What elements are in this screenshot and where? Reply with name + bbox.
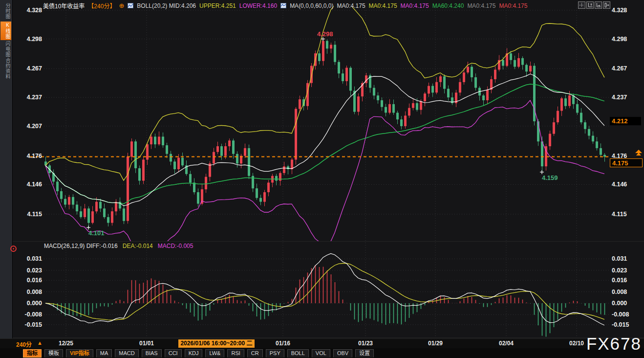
sidebar-tab-fenshi[interactable]: 分时图 — [0, 2, 11, 20]
add-indicator-icon[interactable]: ⊕ — [119, 3, 124, 9]
svg-text:4.101: 4.101 — [88, 229, 105, 237]
svg-text:4.328: 4.328 — [612, 7, 627, 14]
toolbar-button-moban[interactable]: 模板 — [44, 349, 63, 358]
toolbar-button-zhibiao[interactable]: 指标 — [23, 349, 42, 358]
ma60-line — [45, 84, 604, 204]
svg-text:4.267: 4.267 — [612, 65, 627, 72]
ma-price-tag: 4.212 — [610, 117, 641, 125]
toolbar-button-obv[interactable]: OBV — [333, 349, 352, 358]
x-axis-label: 02/04 — [499, 340, 514, 347]
toolbar-button-vip[interactable]: VIP指标 — [66, 349, 93, 358]
svg-text:4.146: 4.146 — [612, 181, 627, 188]
macd-diff-value: MACD(26,12,9) DIFF:-0.016 — [44, 243, 118, 249]
toolbar-button-vol[interactable]: VOL — [312, 349, 330, 358]
toolbar-button-kdj[interactable]: KDJ — [185, 349, 203, 358]
x-axis-label: 01/16 — [276, 340, 290, 347]
svg-text:4.146: 4.146 — [27, 181, 42, 188]
boll-upper-value: UPPER:4.251 — [199, 2, 236, 9]
x-axis-label: 01/29 — [428, 340, 443, 347]
overlay-lines — [45, 4, 604, 251]
svg-text:4.175: 4.175 — [612, 159, 628, 167]
ma-chart-icon[interactable] — [280, 3, 286, 8]
x-axis-row: 240分 ▲ 2026/01/06 16:00~20:00 二 12/2501/… — [0, 338, 644, 349]
svg-text:-0.015: -0.015 — [25, 321, 42, 328]
toolbar-button-cr[interactable]: CR — [247, 349, 263, 358]
svg-text:4.237: 4.237 — [27, 94, 42, 101]
svg-text:-0.008: -0.008 — [612, 311, 629, 318]
chart-header: 美债10年收益率 【240分】 ⊕ BOLL(20,2) MID:4.206 U… — [43, 1, 527, 10]
svg-text:4.176: 4.176 — [612, 153, 627, 159]
boll-chart-icon[interactable] — [128, 3, 133, 8]
svg-text:4.115: 4.115 — [27, 211, 42, 218]
period-dropdown-icon[interactable]: ▲ — [37, 340, 43, 346]
page-title: 美债10年收益率 — [43, 1, 85, 10]
sidebar-tab-kline[interactable]: K线图 — [0, 22, 11, 40]
svg-text:4.115: 4.115 — [612, 211, 627, 218]
svg-text:4.298: 4.298 — [27, 36, 42, 43]
svg-text:4.237: 4.237 — [612, 94, 627, 101]
watermark: FX678 — [586, 334, 642, 354]
svg-text:-0.008: -0.008 — [25, 311, 42, 318]
svg-text:4.328: 4.328 — [27, 7, 42, 14]
ma-value: MA0:4.175 — [401, 2, 429, 9]
period-selector[interactable]: 240分 — [16, 340, 32, 348]
sidebar-tab-flash[interactable]: 闪电图 — [0, 40, 11, 58]
toolbar-button-shezhi[interactable]: 设置 — [355, 349, 374, 358]
toolbar-button-boll[interactable]: BOLL — [287, 349, 309, 358]
svg-text:4.212: 4.212 — [612, 117, 628, 125]
toolbar-button-bias[interactable]: BIAS — [142, 349, 162, 358]
ma-value: MA0:4.175 — [467, 2, 495, 9]
macd-histogram — [46, 265, 605, 336]
svg-text:0.031: 0.031 — [27, 255, 42, 262]
macd-dea-value: DEA:-0.014 — [123, 243, 153, 249]
svg-text:0.023: 0.023 — [612, 267, 627, 274]
svg-text:0.031: 0.031 — [612, 255, 627, 262]
svg-text:0.000: 0.000 — [612, 300, 627, 307]
toolbar-button-cci[interactable]: CCI — [165, 349, 182, 358]
svg-text:4.298: 4.298 — [612, 36, 627, 43]
sidebar-tab-contract[interactable]: 合约资料 — [0, 57, 11, 80]
ma-value: MA0:4.175 — [369, 2, 397, 9]
svg-text:0.016: 0.016 — [612, 277, 627, 284]
toolbar-button-psy[interactable]: PSY — [266, 349, 284, 358]
indicator-toolbar: 指标模板VIP指标MAMACDBIASCCIKDJLW&RSICRPSYBOLL… — [0, 348, 644, 358]
ma-value: MA0:4.175 — [499, 2, 527, 9]
alert-dot-icon[interactable] — [10, 246, 17, 252]
period-label: 【240分】 — [88, 1, 115, 10]
zoom-out-chart-icon[interactable] — [595, 1, 602, 9]
svg-text:0.000: 0.000 — [27, 300, 42, 307]
ma-value: MA60:4.240 — [432, 2, 464, 9]
candlesticks — [44, 39, 606, 228]
boll-mid-line — [45, 74, 604, 205]
toolbar-button-lw[interactable]: LW& — [205, 349, 224, 358]
svg-text:0.023: 0.023 — [27, 267, 42, 274]
selected-bar-time[interactable]: 2026/01/06 16:00~20:00 二 — [178, 339, 255, 348]
svg-text:4.207: 4.207 — [27, 123, 42, 130]
boll-values: BOLL(20,2) MID:4.206 — [137, 2, 196, 9]
toolbar-button-macd[interactable]: MACD — [115, 349, 138, 358]
x-axis-label: 12/25 — [59, 340, 73, 347]
x-axis-label: 01/01 — [139, 340, 154, 347]
crosshair-move-icon[interactable] — [578, 1, 585, 9]
price-chart-canvas[interactable]: 4.2984.1594.1014.3284.3284.2984.2984.267… — [0, 0, 644, 358]
sidebar: 分时图K线图闪电图合约资料 — [0, 0, 13, 338]
exit-fullscreen-icon[interactable] — [603, 1, 610, 9]
ma-values: MA0:4.175MA0:4.175MA0:4.175MA60:4.240MA0… — [337, 2, 528, 9]
toolbar-button-ma[interactable]: MA — [96, 349, 112, 358]
svg-text:4.176: 4.176 — [27, 153, 42, 159]
boll-lower-line — [45, 100, 604, 251]
boll-lower-value: LOWER:4.160 — [239, 2, 277, 9]
svg-text:0.016: 0.016 — [27, 277, 42, 284]
svg-text:4.159: 4.159 — [542, 174, 558, 181]
trading-app-window: 4.2984.1594.1014.3284.3284.2984.2984.267… — [0, 0, 644, 358]
zoom-in-chart-icon[interactable] — [586, 1, 594, 9]
macd-header: MACD(26,12,9) DIFF:-0.016 DEA:-0.014 MAC… — [44, 243, 193, 249]
svg-text:4.267: 4.267 — [27, 65, 42, 72]
macd-macd-value: MACD:-0.005 — [158, 243, 193, 249]
svg-text:-0.015: -0.015 — [612, 321, 629, 328]
x-axis-label: 01/23 — [358, 340, 373, 347]
svg-text:0.008: 0.008 — [27, 289, 42, 295]
x-axis-label: 02/10 — [569, 340, 584, 347]
ma-value: MA0:4.175 — [337, 2, 365, 9]
toolbar-button-rsi[interactable]: RSI — [227, 349, 244, 358]
